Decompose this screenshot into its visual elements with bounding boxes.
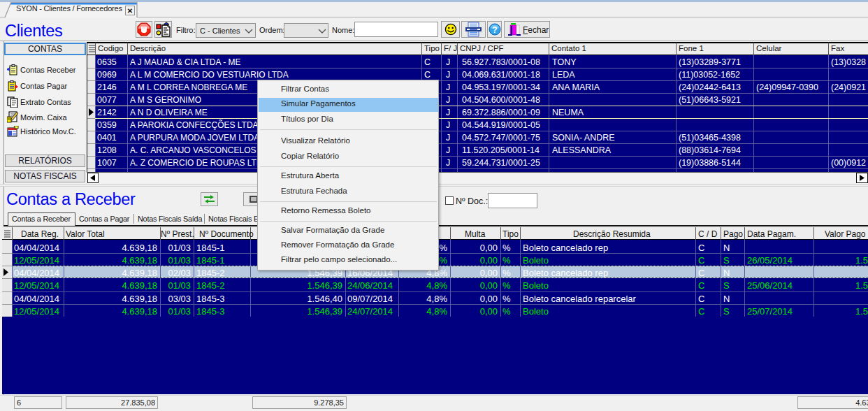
- svg-text:?: ?: [492, 25, 497, 35]
